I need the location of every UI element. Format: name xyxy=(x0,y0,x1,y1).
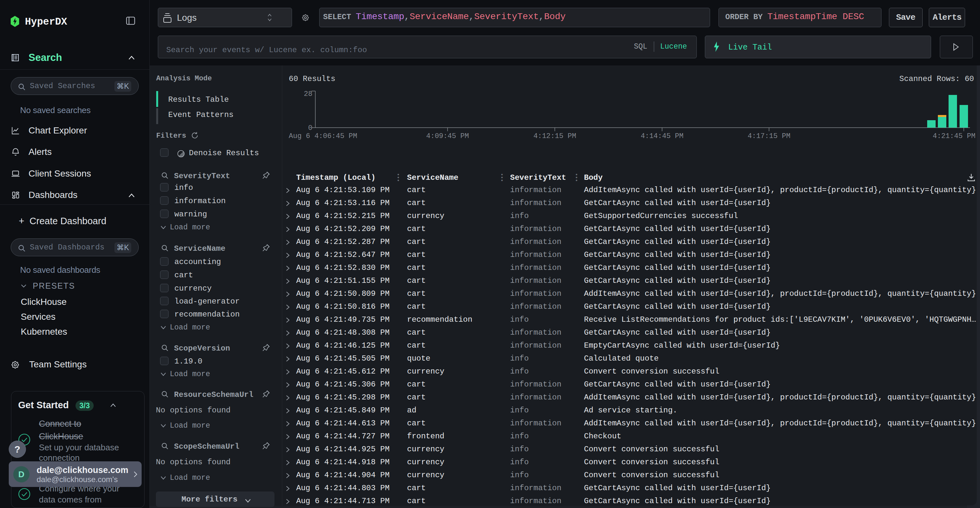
svg-text:4:14:45 PM: 4:14:45 PM xyxy=(641,132,684,140)
svg-text:4:17:15 PM: 4:17:15 PM xyxy=(748,132,791,140)
svg-text:28: 28 xyxy=(304,90,312,98)
svg-text:4:12:15 PM: 4:12:15 PM xyxy=(533,132,576,140)
svg-text:4:21:45 PM: 4:21:45 PM xyxy=(933,132,975,140)
svg-text:4:09:45 PM: 4:09:45 PM xyxy=(426,132,469,140)
svg-text:0: 0 xyxy=(308,124,312,132)
svg-text:Aug 6 4:06:45 PM: Aug 6 4:06:45 PM xyxy=(289,132,357,140)
